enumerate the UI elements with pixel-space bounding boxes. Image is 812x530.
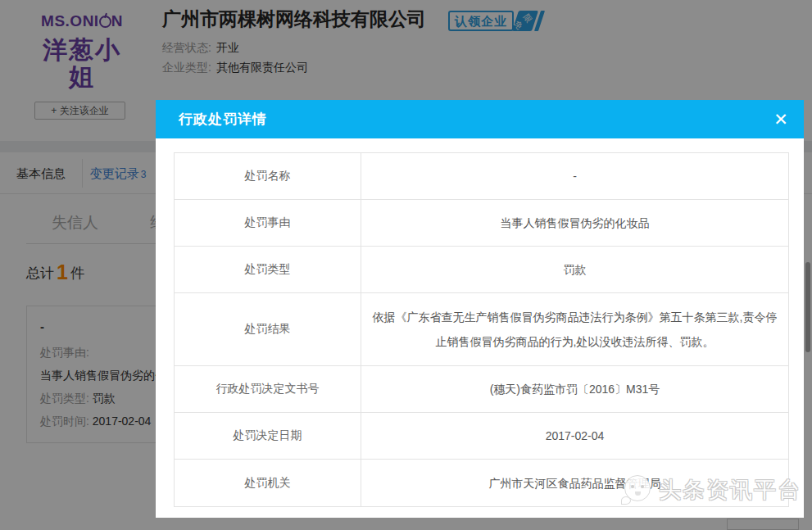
row-label: 处罚决定日期 — [175, 413, 361, 459]
table-row-penalty-reason: 处罚事由 当事人销售假冒伪劣的化妆品 — [175, 200, 788, 247]
row-label: 行政处罚决定文书号 — [175, 366, 361, 412]
row-value: 当事人销售假冒伪劣的化妆品 — [361, 200, 788, 246]
penalty-detail-modal: 行政处罚详情 ✕ 处罚名称 - 处罚事由 当事人销售假冒伪劣的化妆品 处罚类型 … — [156, 100, 804, 518]
modal-header: 行政处罚详情 ✕ — [156, 100, 804, 138]
mascot-speech-bubble — [621, 496, 631, 505]
row-value: 2017-02-04 — [361, 413, 788, 459]
row-value: (穗天)食药监市罚〔2016〕M31号 — [361, 366, 788, 412]
table-row-penalty-type: 处罚类型 罚款 — [175, 247, 788, 293]
row-label: 处罚类型 — [175, 247, 361, 292]
table-row-document-number: 行政处罚决定文书号 (穗天)食药监市罚〔2016〕M31号 — [175, 366, 788, 413]
penalty-detail-table: 处罚名称 - 处罚事由 当事人销售假冒伪劣的化妆品 处罚类型 罚款 处罚结果 依… — [174, 152, 789, 507]
row-value: 罚款 — [361, 247, 788, 292]
row-label: 处罚结果 — [175, 293, 361, 365]
row-label: 处罚名称 — [175, 153, 361, 199]
table-row-decision-date: 处罚决定日期 2017-02-04 — [175, 413, 788, 460]
watermark: 头条资讯平台 — [621, 475, 801, 505]
watermark-text: 头条资讯平台 — [659, 475, 801, 505]
row-label: 处罚机关 — [175, 460, 361, 506]
modal-title: 行政处罚详情 — [179, 100, 267, 138]
table-row-penalty-name: 处罚名称 - — [175, 153, 788, 200]
row-value: 依据《广东省查无生产销售假冒伪劣商品违法行为条例》第五十条第三款,责令停止销售假… — [361, 293, 788, 365]
row-label: 处罚事由 — [175, 200, 361, 246]
table-row-penalty-result: 处罚结果 依据《广东省查无生产销售假冒伪劣商品违法行为条例》第五十条第三款,责令… — [175, 293, 788, 366]
row-value: - — [361, 153, 788, 199]
close-icon[interactable]: ✕ — [769, 108, 792, 131]
watermark-mascot-icon — [621, 475, 652, 505]
